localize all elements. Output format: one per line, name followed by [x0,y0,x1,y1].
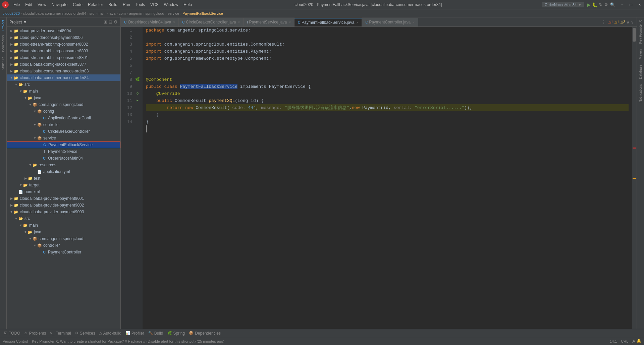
refresh-icon[interactable]: ↻ [599,2,602,7]
project-icon[interactable]: Project [1,19,6,32]
key-promoter-label[interactable]: Key Promoter X [638,19,643,45]
tree-item-paymentcontroller[interactable]: ▶ C PaymentController [7,249,120,255]
tree-item-test[interactable]: ▶ 📁 test [7,175,120,182]
tree-item-rabbitmq8801[interactable]: ▶ 📁 cloud-stream-rabbitmq-consumer8801 [7,54,120,61]
expand-all-icon[interactable]: ⊞ [104,19,107,24]
bottom-tab-autobuild[interactable]: △ Auto-build [98,331,123,336]
tree-item-resources[interactable]: ▼ 📂 resources [7,162,120,168]
menu-refactor[interactable]: Refactor [85,2,106,8]
tree-item-target[interactable]: ▼ 📂 target [7,182,120,188]
tree-item-9003-java[interactable]: ▼ 📂 java [7,229,120,235]
tree-item-rabbitmq8803[interactable]: ▶ 📁 cloud-stream-rabbitmq-consumer8803 [7,48,120,54]
expand-icon[interactable]: ∨ [631,20,634,24]
tree-item-rabbitmq8802[interactable]: ▶ 📁 cloud-stream-rabbitmq-consumer8802 [7,41,120,48]
warning-indicator[interactable]: △1 [614,20,619,24]
tree-item-config[interactable]: ▼ 📦 config [7,108,120,115]
error-indicator[interactable]: △1 [608,20,613,24]
tree-item-9003-main[interactable]: ▼ 📂 main [7,222,120,229]
tree-item-appcontext[interactable]: ▶ C ApplicationContextConfi… [7,115,120,121]
maximize-button[interactable]: □ [627,0,635,9]
settings-tree-icon[interactable]: ⚙ [114,19,118,24]
tree-item-pom[interactable]: ▶ 📄 pom.xml [7,188,120,195]
run-config-selector[interactable]: OrderNacosMain84 ▼ [542,2,584,7]
breadcrumb-part-1[interactable]: cloudalibaba-consumer-nacos-order84 [23,11,86,15]
collapse-all-icon[interactable]: ⊟ [109,19,112,24]
menu-tools[interactable]: Tools [133,2,148,8]
translate-icon[interactable]: A [632,339,635,344]
tree-item-order84[interactable]: ▼ 📂 cloudalibaba-consumer-nacos-order84 [7,74,120,81]
override-gutter-icon[interactable]: O [137,90,139,97]
menu-help[interactable]: Help [181,2,195,8]
tree-item-payment9001[interactable]: ▶ 📁 cloudalibaba-provider-payment9001 [7,195,120,202]
tree-item-main[interactable]: ▼ 📂 main [7,88,120,95]
tree-item-nacos3377[interactable]: ▶ 📁 cloudalibaba-config-nacos-client3377 [7,61,120,68]
run-button[interactable]: ▶ [587,2,591,7]
encoding-indicator[interactable]: CRL [621,339,628,343]
notifications-label[interactable]: Notifications [638,83,643,103]
bottom-tab-build[interactable]: 🔨 Build [147,331,165,336]
bottom-tab-problems[interactable]: ⚠ Problems [23,331,47,336]
bottom-tab-profiler[interactable]: 📊 Profiler [124,331,146,336]
hint-indicator[interactable]: △3 [621,20,625,24]
maven-label[interactable]: Maven [638,49,643,60]
tab-close-icon[interactable]: × [356,21,358,24]
bottom-tab-todo[interactable]: ☑ TODO [3,331,21,336]
menu-build[interactable]: Build [106,2,120,8]
tab-close-icon[interactable]: × [173,20,175,24]
database-label[interactable]: Database [638,64,643,80]
menu-window[interactable]: Window [161,2,181,8]
breadcrumb-part-3[interactable]: main [98,11,106,15]
tab-close-icon[interactable]: × [289,20,291,24]
breadcrumb-part-9[interactable]: PaymentFallbackService [182,11,223,15]
tree-item-9003-package[interactable]: ▼ 📦 com.angenin.springcloud [7,235,120,242]
tree-item-src[interactable]: ▼ 📂 src [7,81,120,88]
menu-navigate[interactable]: Navigate [49,2,70,8]
tree-item-circlebreaker[interactable]: ▶ C CircleBreakerController [7,128,120,135]
menu-run[interactable]: Run [120,2,133,8]
tree-item-order83[interactable]: ▶ 📁 cloudalibaba-consumer-nacos-order83 [7,68,120,74]
tree-item-paymentservice[interactable]: ▶ I PaymentService [7,148,120,155]
breadcrumb-part-2[interactable]: src [89,11,94,15]
position-indicator[interactable]: 14:1 [610,339,617,343]
bookmarks-icon[interactable]: Bookmarks [1,34,6,53]
bean-gutter-icon[interactable]: 🌿 [135,76,140,83]
tab-paymentfallback[interactable]: C PaymentFallbackService.java × [294,18,362,26]
menu-code[interactable]: Code [70,2,85,8]
tree-item-payment9002[interactable]: ▶ 📁 cloudalibaba-provider-payment9002 [7,202,120,209]
tree-item-9003-controller[interactable]: ▼ 📦 controller [7,242,120,249]
tab-close-icon[interactable]: × [238,20,240,24]
bottom-tab-services[interactable]: ⚙ Services [74,331,97,336]
tab-paymentcontroller[interactable]: C PaymentController.java × [362,18,418,26]
tree-item-payment8006[interactable]: ▶ 📁 cloud-providerconsul-payment8006 [7,34,120,41]
tree-item-paymentfallback[interactable]: ▶ C PaymentFallbackService [7,141,120,148]
breadcrumb-part-8[interactable]: service [167,11,179,15]
breadcrumb-part-4[interactable]: java [109,11,115,15]
menu-file[interactable]: File [11,2,22,8]
tabs-more-icon[interactable]: ⋮ [599,20,608,24]
tab-circlebreaker[interactable]: C CircleBreakerController.java × [179,18,244,26]
tree-item-9003-src[interactable]: ▼ 📂 src [7,215,120,222]
notify-icon[interactable]: 🔔 [637,339,641,344]
gutter-icon-8[interactable]: 🌿 [134,76,141,83]
tree-item-ordermain84[interactable]: ▶ C OrderNacosMain84 [7,155,120,162]
tree-item-yml[interactable]: ▶ 📄 application.yml [7,168,120,175]
close-button[interactable]: × [635,0,644,9]
bottom-tab-dependencies[interactable]: 📦 Dependencies [187,331,222,336]
breadcrumb-part-7[interactable]: springcloud [145,11,164,15]
editor-scrollbar[interactable] [632,27,637,329]
breadcrumb-part-5[interactable]: com [119,11,126,15]
code-editor[interactable]: 1 2 3 4 [121,27,637,329]
tab-paymentservice[interactable]: I PaymentService.java × [244,18,294,26]
run-line-icon[interactable]: ▶ [137,97,138,104]
tree-item-controller-folder[interactable]: ▼ 📦 controller [7,121,120,128]
tree-item-package[interactable]: ▼ 📦 com.angenin.springcloud [7,101,120,108]
bottom-tab-spring[interactable]: 🌿 Spring [166,331,186,336]
minimize-button[interactable]: − [618,0,627,9]
code-text-area[interactable]: package com.angenin.springcloud.service;… [143,27,632,329]
tree-item-java[interactable]: ▼ 📂 java [7,95,120,101]
menu-view[interactable]: View [35,2,49,8]
search-icon[interactable]: 🔍 [610,2,615,7]
tab-close-icon[interactable]: × [413,20,415,24]
tree-item-payment9003[interactable]: ▼ 📂 cloudalibaba-provider-payment9003 [7,209,120,215]
collapse-icon[interactable]: ∧ [627,20,630,24]
